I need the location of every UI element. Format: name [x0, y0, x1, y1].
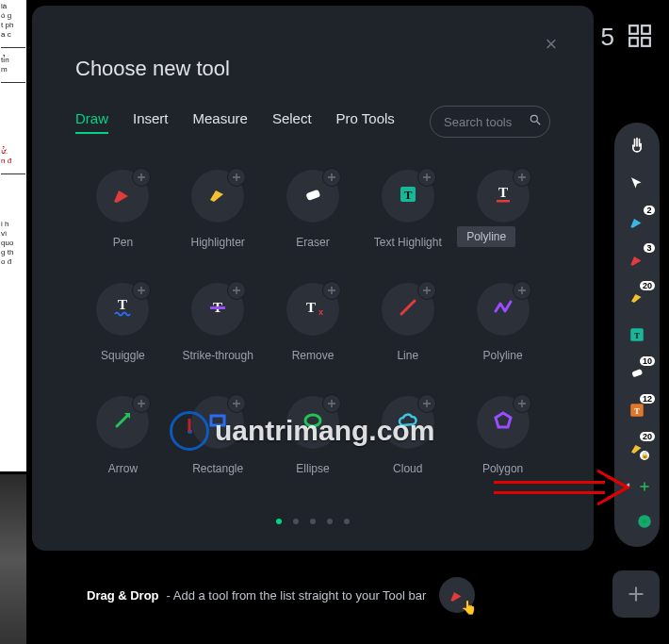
sidebar-item-pen-red[interactable]: 3 [627, 249, 647, 270]
add-icon[interactable] [132, 168, 151, 187]
svg-rect-24 [631, 369, 643, 377]
tab-draw[interactable]: Draw [75, 110, 108, 134]
svg-rect-3 [642, 38, 650, 46]
tool-label: Text Highlight [374, 236, 442, 249]
svg-line-5 [537, 122, 541, 125]
hand-cursor-icon: 👆 [461, 600, 477, 615]
sidebar-item-highlighter[interactable]: 20 [627, 287, 647, 307]
dot[interactable] [327, 519, 333, 524]
tool-eraser[interactable]: Eraser [266, 170, 361, 249]
close-icon[interactable]: × [541, 34, 562, 55]
dialog-title: Choose new tool [75, 57, 550, 81]
add-icon[interactable] [322, 281, 341, 300]
sidebar-item-text-highlight[interactable]: T [627, 324, 647, 345]
dot[interactable] [276, 519, 282, 524]
tool-rectangle[interactable]: Rectangle [171, 396, 266, 475]
tool-strike-through[interactable]: T Strike-through [171, 283, 266, 362]
tab-select[interactable]: Select [272, 110, 312, 134]
add-icon[interactable] [227, 281, 246, 300]
badge: 2 [644, 206, 655, 215]
sidebar-item-eraser[interactable]: 10 [627, 362, 647, 383]
add-icon[interactable] [417, 281, 436, 300]
pagination-dots[interactable] [276, 519, 350, 524]
add-icon[interactable] [417, 394, 436, 413]
svg-marker-21 [496, 413, 511, 427]
rectangle-icon [206, 409, 229, 436]
sidebar-item-pan[interactable] [627, 136, 647, 157]
add-icon[interactable] [132, 281, 151, 300]
dot[interactable] [344, 519, 350, 524]
drag-drop-text: - Add a tool from the list straight to y… [167, 588, 427, 603]
tool-label: Highlighter [191, 236, 245, 249]
svg-point-4 [530, 115, 537, 122]
svg-point-20 [305, 415, 320, 426]
sidebar-item-highlighter-locked[interactable]: 20🔒 [627, 438, 647, 458]
tab-insert[interactable]: Insert [133, 110, 169, 134]
tool-label: Squiggle [101, 349, 145, 362]
tool-text-highlight[interactable]: T Text Highlight [360, 170, 455, 249]
tool-underline[interactable]: T U Polyline [455, 170, 550, 249]
dot[interactable] [293, 519, 299, 524]
add-icon[interactable] [513, 281, 531, 300]
tool-remove[interactable]: Tx Remove [266, 283, 361, 362]
svg-rect-13 [210, 306, 225, 309]
tool-label: Line [397, 349, 418, 362]
svg-text:T: T [634, 406, 640, 416]
arrow-icon [111, 409, 134, 436]
tool-pen[interactable]: Pen [75, 170, 171, 249]
svg-text:x: x [318, 307, 323, 317]
tool-polygon[interactable]: Polygon [455, 396, 550, 475]
search-field[interactable] [444, 115, 529, 129]
sidebar-item-pen-blue[interactable]: 2 [627, 211, 647, 232]
background-document: làó gt pha c tỉnm ử.n đ i hvìquog tho đ [0, 0, 26, 471]
tab-measure[interactable]: Measure [193, 110, 248, 134]
add-icon[interactable] [227, 168, 246, 187]
tool-label: Polygon [482, 462, 523, 475]
tool-highlighter[interactable]: Highlighter [171, 170, 266, 249]
add-icon[interactable] [322, 394, 341, 413]
pen-icon [111, 183, 134, 209]
tool-cloud[interactable]: Cloud [360, 396, 455, 475]
add-icon[interactable] [513, 168, 531, 187]
tool-label: Eraser [296, 236, 329, 249]
svg-text:T: T [403, 188, 412, 202]
grid-view-icon[interactable] [628, 24, 652, 52]
tool-line[interactable]: Line [360, 283, 455, 362]
badge: 20 [640, 432, 655, 441]
svg-rect-1 [642, 25, 650, 34]
add-tool-button[interactable] [612, 570, 660, 618]
sidebar-item-text-box[interactable]: T12 [627, 400, 647, 421]
choose-tool-dialog: × Choose new tool Draw Insert Measure Se… [32, 6, 594, 551]
highlighter-icon [206, 183, 229, 209]
dot[interactable] [310, 519, 316, 524]
svg-rect-10 [497, 200, 510, 203]
tool-squiggle[interactable]: T Squiggle [75, 283, 171, 362]
tool-ellipse[interactable]: Ellipse [266, 396, 361, 475]
add-icon[interactable] [322, 168, 341, 187]
svg-text:T: T [498, 185, 508, 200]
tool-polyline[interactable]: Polyline [455, 283, 550, 362]
remove-icon: Tx [302, 296, 324, 322]
search-input[interactable] [430, 106, 550, 138]
eraser-icon [302, 183, 324, 209]
sidebar-play-button[interactable] [629, 506, 660, 537]
strike-through-icon: T [206, 296, 229, 322]
tool-label: Cloud [393, 462, 422, 475]
svg-line-17 [117, 416, 127, 426]
tool-label: Polyline [483, 349, 523, 362]
badge: 12 [640, 394, 655, 404]
add-icon[interactable] [132, 394, 151, 413]
tool-label: Ellipse [296, 462, 329, 475]
svg-rect-2 [629, 38, 638, 46]
add-icon[interactable] [227, 394, 246, 413]
tool-arrow[interactable]: Arrow [75, 396, 171, 475]
sidebar-item-select[interactable] [627, 173, 647, 194]
svg-rect-19 [211, 416, 224, 425]
add-icon[interactable] [417, 168, 436, 187]
tab-pro-tools[interactable]: Pro Tools [336, 110, 395, 134]
page-indicator-digit: 5 [601, 23, 614, 52]
add-icon[interactable] [513, 394, 531, 413]
tool-label: Remove [292, 349, 334, 362]
line-icon [397, 296, 419, 322]
sidebar-add-button[interactable] [629, 471, 660, 502]
